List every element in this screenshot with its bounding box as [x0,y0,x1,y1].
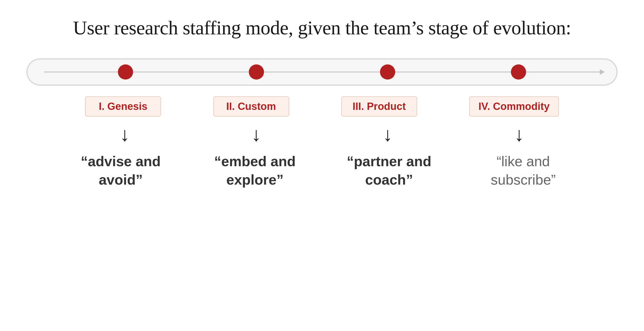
stage-label-commodity: IV. Commodity [469,96,559,117]
dot-commodity [511,64,526,80]
outcome-product: “partner and coach” [343,152,435,189]
stage-label-custom: II. Custom [213,96,289,117]
arrow-genesis: ↓ [87,125,163,144]
arrow-commodity: ↓ [481,125,557,144]
outcome-custom: “embed and explore” [209,152,301,189]
timeline-container: I. Genesis II. Custom III. Product IV. C… [22,58,622,189]
dot-product [380,64,395,80]
outcome-commodity: “like and subscribe” [477,152,569,189]
dots-row [27,64,617,80]
stage-label-product: III. Product [341,96,417,117]
dot-custom [249,64,264,80]
page-title: User research staffing mode, given the t… [73,16,571,40]
stage-label-genesis: I. Genesis [85,96,161,117]
outcomes-row: “advise and avoid” “embed and explore” “… [27,152,617,189]
outcome-genesis: “advise and avoid” [75,152,167,189]
stages-row: I. Genesis II. Custom III. Product IV. C… [27,96,617,117]
arrow-product: ↓ [350,125,426,144]
timeline-track [27,58,617,86]
arrow-custom: ↓ [218,125,294,144]
dot-genesis [118,64,133,80]
arrows-row: ↓ ↓ ↓ ↓ [27,125,617,144]
